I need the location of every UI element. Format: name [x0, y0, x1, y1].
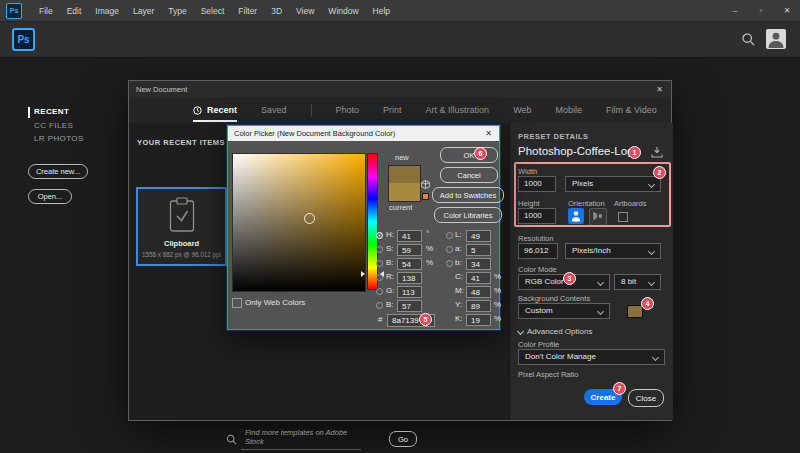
resolution-input[interactable]: 96.012 [518, 243, 558, 259]
hex-label: # [378, 315, 382, 324]
hue-slider[interactable] [367, 153, 378, 290]
b2-radio[interactable] [376, 302, 383, 309]
b2-input[interactable]: 57 [397, 300, 422, 312]
b3-radio[interactable] [446, 260, 453, 267]
sidebar-item-cc-files[interactable]: CC FILES [34, 121, 73, 130]
new-color-swatch [388, 165, 421, 184]
b3-input[interactable]: 34 [466, 258, 491, 270]
y-unit: % [494, 300, 501, 309]
menu-image[interactable]: Image [88, 6, 126, 16]
document-name-field[interactable]: Photoshop-Coffee-Logo [518, 145, 640, 157]
open-button[interactable]: Open... [28, 189, 72, 204]
background-contents-select[interactable]: Custom [518, 303, 610, 319]
height-input[interactable]: 1000 [518, 208, 556, 224]
maximize-button[interactable]: ▫ [748, 0, 774, 22]
k-input[interactable]: 19 [466, 314, 491, 326]
search-icon[interactable] [741, 32, 756, 47]
save-preset-icon[interactable] [651, 147, 663, 158]
tab-web[interactable]: Web [513, 105, 531, 115]
clipboard-icon [169, 197, 195, 233]
l-radio[interactable] [446, 232, 453, 239]
menu-help[interactable]: Help [366, 6, 397, 16]
b-input[interactable]: 54 [397, 258, 422, 270]
l-input[interactable]: 49 [466, 230, 491, 242]
active-item-bar [28, 107, 30, 118]
add-to-swatches-button[interactable]: Add to Swatches [432, 187, 504, 203]
resolution-label: Resolution [518, 234, 553, 243]
user-avatar[interactable] [766, 29, 786, 49]
advanced-options-toggle[interactable]: Advanced Options [527, 327, 592, 336]
tab-film-video[interactable]: Film & Video [606, 105, 657, 115]
tab-saved[interactable]: Saved [261, 105, 287, 115]
m-input[interactable]: 48 [466, 286, 491, 298]
h-input[interactable]: 41 [397, 230, 422, 242]
color-profile-select[interactable]: Don't Color Manage [518, 349, 665, 365]
a-radio[interactable] [446, 246, 453, 253]
new-document-title: New Document [129, 85, 187, 94]
minimize-button[interactable]: – [722, 0, 748, 22]
orientation-landscape-button[interactable] [589, 208, 607, 226]
current-color-swatch[interactable] [388, 183, 421, 202]
adobe-stock-search: Find more templates on Adobe Stock Go [226, 428, 417, 450]
menu-select[interactable]: Select [194, 6, 232, 16]
s-input[interactable]: 59 [397, 244, 422, 256]
color-field-marker[interactable] [304, 213, 315, 224]
menu-file[interactable]: File [32, 6, 60, 16]
menu-type[interactable]: Type [161, 6, 193, 16]
color-picker-titlebar: Color Picker (New Document Background Co… [228, 126, 499, 141]
sidebar-item-recent[interactable]: RECENT [34, 107, 69, 116]
hue-slider-left-handle[interactable] [361, 271, 365, 277]
chevron-down-icon [648, 248, 655, 255]
tab-mobile[interactable]: Mobile [555, 105, 582, 115]
a-input[interactable]: 5 [466, 244, 491, 256]
background-color-swatch[interactable] [627, 305, 643, 318]
r-radio[interactable] [376, 274, 383, 281]
saturation-brightness-field[interactable] [232, 153, 366, 292]
menu-filter[interactable]: Filter [231, 6, 264, 16]
color-libraries-button[interactable]: Color Libraries [434, 207, 502, 223]
color-picker-close-icon[interactable]: ✕ [485, 129, 499, 138]
tab-art-illustration[interactable]: Art & Illustration [426, 105, 490, 115]
k-unit: % [494, 314, 501, 323]
g-input[interactable]: 113 [397, 286, 422, 298]
only-web-colors-checkbox[interactable] [232, 298, 242, 308]
artboards-checkbox[interactable] [618, 212, 628, 222]
r-input[interactable]: 138 [397, 272, 422, 284]
y-input[interactable]: 89 [466, 300, 491, 312]
cancel-button[interactable]: Cancel [440, 167, 498, 183]
height-label: Height [518, 199, 540, 208]
sidebar-item-lr-photos[interactable]: LR PHOTOS [34, 134, 84, 143]
units-select[interactable]: Pixels [565, 176, 661, 192]
menu-layer[interactable]: Layer [126, 6, 161, 16]
orientation-portrait-button[interactable] [568, 208, 584, 224]
create-new-button[interactable]: Create new... [28, 164, 88, 179]
width-input[interactable]: 1000 [518, 176, 556, 192]
web-color-cube-icon[interactable] [421, 180, 430, 189]
close-button[interactable]: Close [628, 389, 664, 407]
resolution-units-select[interactable]: Pixels/Inch [565, 243, 661, 259]
menu-view[interactable]: View [289, 6, 321, 16]
stock-search-input[interactable]: Find more templates on Adobe Stock [241, 428, 361, 450]
bit-depth-select[interactable]: 8 bit [614, 274, 661, 290]
menu-window[interactable]: Window [321, 6, 365, 16]
b-radio[interactable] [376, 260, 383, 267]
close-window-button[interactable]: ✕ [774, 0, 800, 22]
ok-button[interactable]: OK [440, 147, 498, 163]
window-controls: – ▫ ✕ [722, 0, 800, 22]
s-radio[interactable] [376, 246, 383, 253]
h-radio[interactable] [376, 232, 383, 239]
color-mode-label: Color Mode [518, 265, 557, 274]
c-unit: % [494, 272, 501, 281]
new-document-close-icon[interactable]: ✕ [656, 85, 671, 94]
tab-print[interactable]: Print [383, 105, 402, 115]
tab-recent[interactable]: Recent [193, 105, 237, 115]
menu-edit[interactable]: Edit [60, 6, 89, 16]
go-button[interactable]: Go [389, 431, 417, 447]
tab-photo[interactable]: Photo [336, 105, 360, 115]
recent-item-clipboard[interactable]: Clipboard 1558 x 882 px @ 96.012 ppi [136, 187, 227, 266]
c-input[interactable]: 41 [466, 272, 491, 284]
menu-3d[interactable]: 3D [264, 6, 289, 16]
g-radio[interactable] [376, 288, 383, 295]
logo-text: Ps [17, 34, 29, 45]
web-safe-color-swatch[interactable] [422, 193, 429, 200]
